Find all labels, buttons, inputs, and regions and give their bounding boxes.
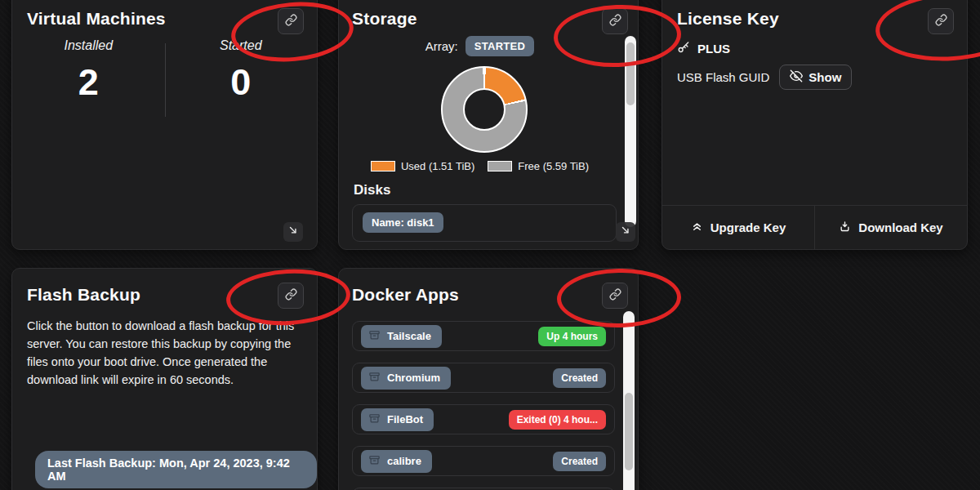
array-status-badge: STARTED — [466, 36, 535, 56]
docker-app-status-badge: Exited (0) 4 hou... — [509, 410, 606, 430]
docker-scrollbar[interactable] — [623, 311, 635, 490]
vm-link-button[interactable] — [278, 8, 304, 34]
docker-app-chip[interactable]: Tailscale — [361, 325, 442, 348]
link-icon — [609, 288, 621, 304]
link-icon — [285, 14, 297, 29]
docker-app-chip[interactable]: FileBot — [361, 408, 434, 431]
docker-scrollbar-thumb[interactable] — [625, 393, 633, 470]
container-box-icon — [368, 412, 381, 427]
docker-link-button[interactable] — [602, 283, 628, 309]
storage-resize-handle[interactable] — [616, 222, 635, 242]
license-plan-label: PLUS — [697, 42, 730, 56]
vm-installed-column: Installed 2 — [12, 38, 165, 104]
array-usage-donut — [441, 66, 528, 153]
upgrade-key-button[interactable]: Upgrade Key — [662, 206, 815, 249]
docker-app-row: Tailscale Up 4 hours — [352, 321, 615, 351]
upgrade-key-label: Upgrade Key — [710, 220, 786, 234]
license-plan-row: PLUS — [677, 41, 730, 56]
link-icon — [935, 14, 947, 29]
flash-link-button[interactable] — [278, 283, 304, 309]
docker-app-status-badge: Created — [553, 452, 606, 471]
key-icon — [677, 41, 690, 56]
donut-hole — [463, 88, 506, 131]
vm-started-value: 0 — [165, 61, 318, 104]
array-label: Array: — [425, 39, 458, 53]
storage-card-title: Storage — [352, 9, 417, 29]
card-storage: Storage Array: STARTED Used (1.51 TiB) F… — [338, 0, 639, 250]
docker-app-status-badge: Up 4 hours — [538, 327, 606, 346]
disks-heading: Disks — [354, 182, 390, 198]
link-icon — [285, 288, 297, 304]
license-card-title: License Key — [677, 9, 779, 29]
docker-app-status-badge: Created — [553, 368, 606, 388]
vm-installed-value: 2 — [12, 61, 165, 104]
guid-row: USB Flash GUID Show — [677, 65, 852, 90]
docker-app-chip[interactable]: Chromium — [361, 367, 451, 390]
card-flash-backup: Flash Backup Click the button to downloa… — [11, 268, 318, 490]
container-box-icon — [368, 329, 381, 344]
storage-scrollbar[interactable] — [625, 36, 636, 227]
docker-app-name: Chromium — [387, 372, 440, 384]
used-swatch — [371, 161, 395, 172]
free-label: Free (5.59 TiB) — [518, 160, 589, 172]
show-guid-button[interactable]: Show — [779, 65, 852, 90]
flash-backup-description: Click the button to download a flash bac… — [27, 317, 306, 389]
flash-card-title: Flash Backup — [27, 285, 140, 305]
resize-arrow-icon — [287, 225, 299, 239]
vm-started-label: Started — [165, 38, 318, 53]
guid-label: USB Flash GUID — [677, 70, 769, 84]
docker-card-title: Docker Apps — [352, 285, 459, 305]
disk-name-badge[interactable]: Name: disk1 — [363, 212, 443, 233]
dashboard: Virtual Machines Installed 2 Started 0 S… — [0, 0, 980, 490]
card-license-key: License Key PLUS USB Flash GUID Show Upg… — [662, 0, 968, 250]
license-footer: Upgrade Key Download Key — [662, 205, 967, 249]
array-status-row: Array: STARTED — [339, 36, 621, 56]
vm-installed-label: Installed — [12, 38, 165, 53]
docker-app-name: Tailscale — [387, 330, 431, 342]
used-label: Used (1.51 TiB) — [401, 160, 474, 172]
resize-arrow-icon — [620, 225, 631, 239]
vm-started-column: Started 0 — [165, 38, 318, 104]
last-flash-backup-badge: Last Flash Backup: Mon, Apr 24, 2023, 9:… — [35, 451, 317, 488]
card-docker-apps: Docker Apps Tailscale Up 4 hours Chromiu… — [338, 268, 639, 490]
vm-resize-handle[interactable] — [283, 222, 303, 242]
storage-scrollbar-thumb[interactable] — [626, 42, 635, 105]
docker-app-row: calibre Created — [352, 446, 615, 476]
download-icon — [839, 220, 851, 235]
link-icon — [609, 14, 621, 29]
storage-link-button[interactable] — [602, 8, 628, 34]
vm-card-title: Virtual Machines — [27, 9, 166, 29]
docker-app-name: FileBot — [387, 413, 423, 425]
show-button-label: Show — [808, 70, 841, 84]
docker-app-row: FileBot Exited (0) 4 hou... — [352, 404, 615, 434]
card-virtual-machines: Virtual Machines Installed 2 Started 0 — [11, 0, 318, 250]
docker-app-name: calibre — [387, 455, 421, 467]
download-key-label: Download Key — [858, 220, 942, 234]
legend-item-free: Free (5.59 TiB) — [488, 160, 589, 172]
free-swatch — [488, 161, 512, 172]
license-link-button[interactable] — [928, 8, 954, 34]
vm-stats-divider — [165, 43, 166, 117]
download-key-button[interactable]: Download Key — [815, 206, 967, 249]
chevrons-up-icon — [691, 220, 703, 235]
container-box-icon — [368, 454, 381, 469]
donut-legend: Used (1.51 TiB) Free (5.59 TiB) — [339, 160, 621, 172]
eye-off-icon — [790, 69, 803, 85]
legend-item-used: Used (1.51 TiB) — [371, 160, 474, 172]
docker-app-chip[interactable]: calibre — [361, 450, 432, 473]
docker-app-row: Chromium Created — [352, 363, 615, 393]
container-box-icon — [368, 371, 381, 385]
disks-list: Name: disk1 — [352, 204, 617, 242]
